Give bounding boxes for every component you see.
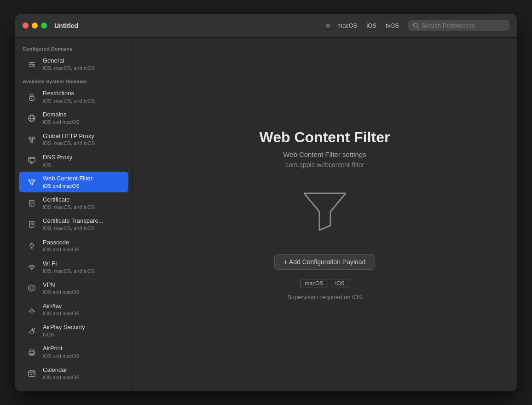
proxy-icon [25, 133, 38, 146]
svg-line-18 [32, 139, 33, 141]
passcode-text: Passcode iOS and macOS [43, 239, 79, 253]
domains-icon [25, 112, 38, 125]
general-sublabel: iOS, macOS, and tvOS [43, 65, 95, 71]
passcode-label: Passcode [43, 239, 79, 247]
cert-transparency-sublabel: iOS, macOS, and tvOS [43, 225, 104, 231]
passcode-sublabel: iOS and macOS [43, 246, 79, 253]
sidebar-item-airplay-security[interactable]: AirPlay Security tvOS [19, 320, 128, 341]
content-subtitle: Web Content Filter settings [283, 150, 366, 158]
sidebar-item-airprint[interactable]: AirPrint iOS and macOS [19, 341, 128, 362]
svg-point-38 [33, 328, 35, 330]
vpn-text: VPN iOS and macOS [43, 281, 79, 295]
general-text: General iOS, macOS, and tvOS [43, 57, 95, 71]
web-content-filter-icon [25, 176, 38, 189]
search-icon [413, 23, 419, 29]
restrictions-icon [25, 91, 38, 104]
configured-domains-header: Configured Domains [15, 42, 132, 53]
supervision-text: Supervision required on iOS [287, 294, 362, 301]
add-payload-label: + Add Configuration Payload [284, 258, 366, 266]
dns-icon [25, 154, 38, 167]
sidebar-item-proxy[interactable]: Global HTTP Proxy iOS, macOS, and tvOS [19, 129, 128, 150]
cert-transparency-text: Certificate Transpare... iOS, macOS, and… [43, 217, 104, 231]
sidebar-item-passcode[interactable]: Passcode iOS and macOS [19, 236, 128, 256]
certificate-label: Certificate [43, 196, 95, 204]
proxy-sublabel: iOS, macOS, and tvOS [43, 140, 95, 146]
platform-tabs: macOS iOS tvOS [334, 21, 403, 30]
add-payload-button[interactable]: + Add Configuration Payload [274, 254, 376, 270]
available-domains-header: Available System Domains [15, 75, 132, 86]
svg-point-5 [29, 62, 31, 63]
sidebar: Configured Domains General iOS, macOS, [15, 38, 133, 391]
search-input[interactable] [422, 22, 505, 29]
platform-tab-macos[interactable]: macOS [334, 21, 361, 30]
sidebar-item-restrictions[interactable]: Restrictions iOS, macOS, and tvOS [19, 87, 128, 107]
sidebar-item-wifi[interactable]: Wi-Fi iOS, macOS, and tvOS [19, 257, 128, 278]
airplay-security-label: AirPlay Security [43, 324, 85, 331]
airplay-text: AirPlay iOS and macOS [43, 302, 79, 317]
sidebar-item-domains[interactable]: Domains iOS and macOS [19, 108, 128, 128]
cert-transparency-icon [25, 218, 38, 231]
sidebar-item-certificate[interactable]: Certificate iOS, macOS, and tvOS [19, 193, 128, 214]
airplay-security-sublabel: tvOS [43, 331, 85, 338]
dns-sublabel: iOS [43, 162, 72, 168]
wifi-icon [25, 260, 38, 273]
sidebar-item-airplay[interactable]: AirPlay iOS and macOS [19, 299, 128, 320]
svg-rect-37 [30, 333, 34, 334]
svg-line-17 [31, 139, 32, 141]
close-button[interactable] [23, 23, 29, 29]
titlebar: Untitled macOS iOS tvOS [15, 14, 517, 38]
platform-badge-ios: iOS [331, 279, 349, 288]
svg-point-14 [33, 137, 35, 139]
calendar-text: Calendar iOS and macOS [43, 366, 79, 381]
domains-label: Domains [43, 111, 79, 119]
sidebar-item-vpn[interactable]: VPN iOS and macOS [19, 278, 128, 299]
certificate-icon [25, 197, 38, 210]
vpn-label: VPN [43, 281, 79, 289]
web-content-filter-sublabel: iOS and macOS [43, 183, 93, 189]
search-bar[interactable] [408, 20, 509, 31]
svg-point-7 [33, 65, 35, 67]
svg-point-9 [31, 98, 32, 99]
minimize-button[interactable] [32, 23, 38, 29]
platform-badges: macOS iOS [300, 279, 349, 288]
sidebar-item-calendar[interactable]: Calendar iOS and macOS [19, 363, 128, 384]
svg-rect-19 [29, 157, 35, 162]
certificate-sublabel: iOS, macOS, and tvOS [43, 204, 95, 210]
airprint-text: AirPrint iOS and macOS [43, 345, 79, 359]
maximize-button[interactable] [41, 23, 47, 29]
svg-rect-36 [30, 312, 34, 312]
svg-marker-34 [29, 285, 35, 291]
sidebar-item-cert-transparency[interactable]: Certificate Transpare... iOS, macOS, and… [19, 214, 128, 235]
airplay-security-text: AirPlay Security tvOS [43, 324, 85, 338]
passcode-icon [25, 239, 38, 252]
sidebar-item-general[interactable]: General iOS, macOS, and tvOS [19, 54, 128, 75]
platform-tab-ios[interactable]: iOS [363, 21, 380, 30]
content-title: Web Content Filter [260, 129, 390, 146]
content-panel: Web Content Filter Web Content Filter se… [133, 38, 517, 391]
sidebar-item-dns[interactable]: DNS Proxy iOS [19, 150, 128, 171]
dns-text: DNS Proxy iOS [43, 154, 72, 168]
svg-rect-47 [30, 374, 31, 375]
vpn-sublabel: iOS and macOS [43, 289, 79, 295]
svg-point-15 [31, 140, 33, 143]
airplay-sublabel: iOS and macOS [43, 310, 79, 317]
platform-tab-tvos[interactable]: tvOS [382, 21, 403, 30]
svg-rect-28 [29, 221, 34, 227]
svg-line-1 [417, 27, 418, 28]
wifi-text: Wi-Fi iOS, macOS, and tvOS [43, 260, 95, 274]
main-area: Configured Domains General iOS, macOS, [15, 38, 517, 391]
certificate-text: Certificate iOS, macOS, and tvOS [43, 196, 95, 210]
cert-transparency-label: Certificate Transpare... [43, 217, 104, 225]
content-domain: com.apple.webcontent-filter [285, 161, 364, 168]
wifi-label: Wi-Fi [43, 260, 95, 268]
traffic-lights [23, 23, 47, 29]
restrictions-text: Restrictions iOS, macOS, and tvOS [43, 90, 95, 104]
status-dot [326, 23, 330, 28]
window-title: Untitled [54, 22, 78, 29]
svg-point-35 [31, 287, 33, 289]
calendar-label: Calendar [43, 366, 79, 374]
sidebar-item-web-content-filter[interactable]: Web Content Filter iOS and macOS [19, 172, 128, 192]
platform-badge-macos: macOS [300, 279, 328, 288]
svg-rect-49 [33, 374, 34, 375]
dns-label: DNS Proxy [43, 154, 72, 162]
